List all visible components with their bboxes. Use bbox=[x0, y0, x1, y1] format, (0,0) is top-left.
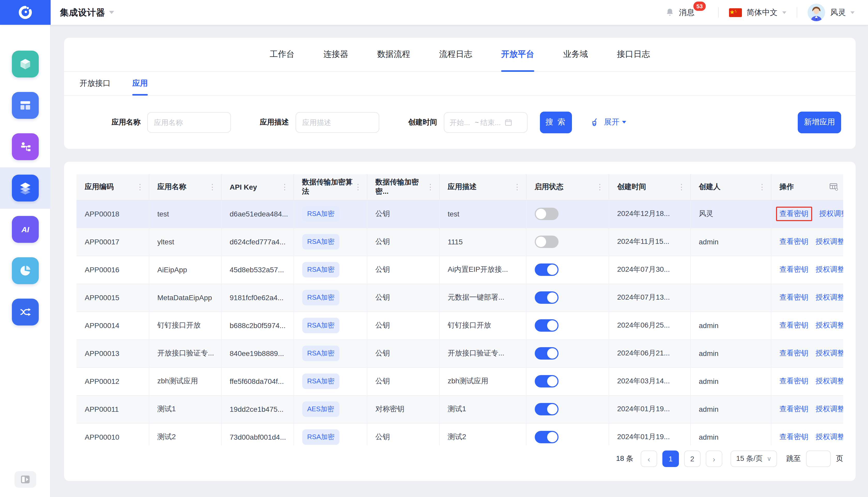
adjust-auth-link[interactable]: 授权调整 bbox=[819, 209, 843, 217]
table-row[interactable]: APP00017yltestd624cfed777a4...RSA加密公钥111… bbox=[76, 228, 843, 256]
table-row[interactable]: APP00012zbh测试应用ffe5f608da704f...RSA加密公钥z… bbox=[76, 367, 843, 395]
sidebar-item-workflow-app[interactable] bbox=[12, 133, 39, 160]
encryption-tag: RSA加密 bbox=[302, 318, 339, 333]
view-key-link[interactable]: 查看密钥 bbox=[779, 404, 808, 413]
app-logo[interactable] bbox=[0, 0, 51, 25]
column-menu-icon[interactable]: ⋮ bbox=[513, 182, 521, 192]
view-key-link[interactable]: 查看密钥 bbox=[779, 321, 808, 329]
enable-toggle[interactable] bbox=[535, 375, 558, 387]
adjust-auth-link[interactable]: 授权调整 bbox=[815, 404, 843, 413]
add-app-button[interactable]: 新增应用 bbox=[798, 111, 841, 133]
column-menu-icon[interactable]: ⋮ bbox=[596, 182, 603, 192]
cell-created: 2024年01月19... bbox=[609, 423, 690, 445]
table-row[interactable]: APP00011测试119dd2ce1b475...AES加密对称密钥测试120… bbox=[76, 395, 843, 423]
sidebar-collapse-button[interactable] bbox=[14, 471, 36, 488]
language-selector[interactable]: 简体中文 bbox=[729, 8, 786, 17]
page-size-select[interactable]: 15 条/页 ∨ bbox=[730, 451, 777, 467]
sidebar-item-dataflow-app[interactable] bbox=[12, 299, 39, 326]
enable-toggle[interactable] bbox=[535, 292, 558, 304]
enable-toggle[interactable] bbox=[535, 347, 558, 359]
table-row[interactable]: APP00016AiEipApp45d8eb532a57...RSA加密公钥Ai… bbox=[76, 256, 843, 284]
table-row[interactable]: APP00010测试273d00abf001d4...RSA加密公钥测试2202… bbox=[76, 423, 843, 445]
view-key-link[interactable]: 查看密钥 bbox=[779, 349, 808, 357]
cell-desc: 1115 bbox=[439, 228, 526, 256]
view-key-link[interactable]: 查看密钥 bbox=[779, 377, 808, 385]
end-date-input[interactable] bbox=[480, 118, 504, 126]
adjust-auth-link[interactable]: 授权调整 bbox=[815, 432, 843, 441]
view-key-link[interactable]: 查看密钥 bbox=[779, 209, 808, 217]
column-menu-icon[interactable]: ⋮ bbox=[209, 182, 216, 192]
tab-接口日志[interactable]: 接口日志 bbox=[617, 38, 650, 72]
shuffle-icon bbox=[18, 305, 32, 319]
table-row[interactable]: APP00014钉钉接口开放b688c2b0f5974...RSA加密公钥钉钉接… bbox=[76, 312, 843, 339]
adjust-auth-link[interactable]: 授权调整 bbox=[815, 377, 843, 385]
sidebar-item-ai-app[interactable]: AI bbox=[12, 216, 39, 243]
view-key-link[interactable]: 查看密钥 bbox=[779, 432, 808, 441]
enable-toggle[interactable] bbox=[535, 208, 558, 220]
expand-filters-label[interactable]: 展开 bbox=[604, 117, 620, 127]
language-label: 简体中文 bbox=[746, 8, 778, 17]
next-page-button[interactable]: › bbox=[706, 451, 722, 467]
column-menu-icon[interactable]: ⋮ bbox=[758, 182, 766, 192]
messages-button[interactable]: 消息 53 bbox=[665, 7, 694, 17]
column-menu-icon[interactable]: ⋮ bbox=[678, 182, 685, 192]
tab-流程日志[interactable]: 流程日志 bbox=[439, 38, 472, 72]
cell-algorithm: RSA加密 bbox=[294, 423, 367, 445]
column-menu-icon[interactable]: ⋮ bbox=[136, 182, 143, 192]
view-key-link[interactable]: 查看密钥 bbox=[779, 265, 808, 273]
cell-desc: Ai内置EIP开放接... bbox=[439, 256, 526, 284]
column-settings-icon[interactable] bbox=[829, 183, 838, 191]
clear-filters-button[interactable]: 展开 bbox=[589, 117, 626, 127]
sub-tab-开放接口[interactable]: 开放接口 bbox=[80, 72, 111, 95]
enable-toggle[interactable] bbox=[535, 431, 558, 443]
column-menu-icon[interactable]: ⋮ bbox=[427, 182, 434, 192]
total-count-label: 18 条 bbox=[616, 454, 634, 464]
title-caret-icon[interactable] bbox=[109, 11, 114, 14]
table-row[interactable]: APP00015MetaDataEipApp9181fcf0e62a4...RS… bbox=[76, 284, 843, 312]
view-key-link[interactable]: 查看密钥 bbox=[779, 293, 808, 301]
page-button-2[interactable]: 2 bbox=[684, 451, 701, 467]
enable-toggle[interactable] bbox=[535, 236, 558, 248]
table-row[interactable]: APP00013开放接口验证专...840ee19b8889...RSA加密公钥… bbox=[76, 339, 843, 367]
tab-开放平台[interactable]: 开放平台 bbox=[501, 38, 534, 72]
sub-tab-应用[interactable]: 应用 bbox=[132, 72, 148, 95]
messages-label: 消息 bbox=[679, 8, 694, 17]
column-menu-icon[interactable]: ⋮ bbox=[354, 182, 361, 192]
sidebar-item-analytics-app[interactable] bbox=[12, 257, 39, 284]
tab-连接器[interactable]: 连接器 bbox=[324, 38, 348, 72]
app-name-input[interactable] bbox=[147, 112, 231, 132]
column-menu-icon[interactable]: ⋮ bbox=[281, 182, 288, 192]
app-desc-input[interactable] bbox=[296, 112, 379, 132]
page-suffix-label: 页 bbox=[836, 454, 843, 464]
enable-toggle[interactable] bbox=[535, 403, 558, 415]
table-scroll-area[interactable]: 应用编码⋮应用名称⋮API Key⋮数据传输加密算法⋮数据传输加密密...⋮应用… bbox=[76, 174, 843, 445]
jump-page-input[interactable] bbox=[806, 451, 831, 467]
sidebar-item-cube-app[interactable] bbox=[12, 51, 39, 77]
cell-api_key: b688c2b0f5974... bbox=[221, 312, 294, 339]
sidebar-item-dashboard-app[interactable] bbox=[12, 92, 39, 119]
tab-数据流程[interactable]: 数据流程 bbox=[377, 38, 410, 72]
start-date-input[interactable] bbox=[450, 118, 473, 126]
cell-name: yltest bbox=[149, 228, 221, 256]
adjust-auth-link[interactable]: 授权调整 bbox=[815, 349, 843, 357]
adjust-auth-link[interactable]: 授权调整 bbox=[815, 237, 843, 245]
svg-text:AI: AI bbox=[21, 225, 29, 234]
prev-page-button[interactable]: ‹ bbox=[641, 451, 657, 467]
tab-业务域[interactable]: 业务域 bbox=[563, 38, 588, 72]
user-menu[interactable]: 风灵 bbox=[808, 4, 855, 21]
sidebar-item-integration-app[interactable] bbox=[12, 175, 39, 201]
enable-toggle[interactable] bbox=[535, 264, 558, 276]
cell-created: 2024年03月14... bbox=[609, 367, 690, 395]
page-button-1[interactable]: 1 bbox=[663, 451, 679, 467]
search-button[interactable]: 搜 索 bbox=[540, 111, 572, 133]
adjust-auth-link[interactable]: 授权调整 bbox=[815, 293, 843, 301]
cell-desc: 测试2 bbox=[439, 423, 526, 445]
adjust-auth-link[interactable]: 授权调整 bbox=[815, 321, 843, 329]
expand-caret-icon bbox=[622, 121, 626, 124]
adjust-auth-link[interactable]: 授权调整 bbox=[815, 265, 843, 273]
enable-toggle[interactable] bbox=[535, 319, 558, 332]
tab-工作台[interactable]: 工作台 bbox=[270, 38, 295, 72]
date-range-picker[interactable]: ~ bbox=[444, 112, 527, 132]
table-row[interactable]: APP00018testd6ae51edea484...RSA加密公钥test2… bbox=[76, 200, 843, 228]
view-key-link[interactable]: 查看密钥 bbox=[779, 237, 808, 245]
